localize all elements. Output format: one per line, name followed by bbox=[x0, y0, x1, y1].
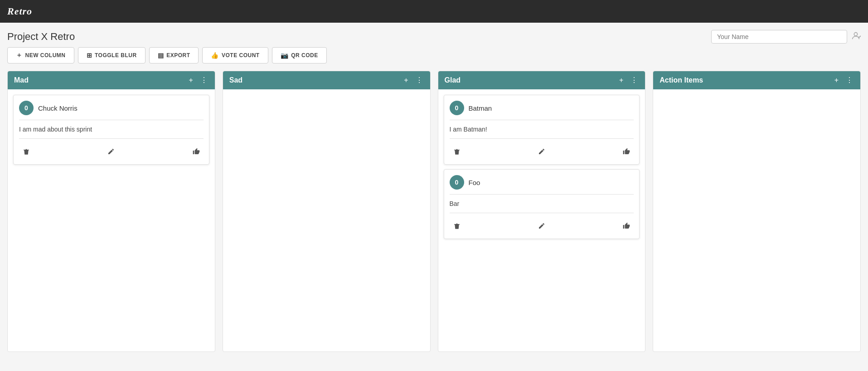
card-card-1: 0 Chuck Norris I am mad about this sprin… bbox=[13, 95, 209, 165]
column-actions-sad: + ⋮ bbox=[403, 76, 423, 85]
add-card-button-mad[interactable]: + bbox=[188, 76, 194, 85]
card-footer-card-2 bbox=[450, 143, 634, 159]
card-divider-card-3 bbox=[450, 194, 634, 195]
card-author-card-2: 0 Batman bbox=[450, 101, 634, 115]
card-divider2-card-1 bbox=[19, 138, 204, 139]
card-divider2-card-2 bbox=[450, 138, 634, 139]
app-logo: Retro bbox=[7, 5, 32, 17]
page-title: Project X Retro bbox=[7, 31, 75, 43]
vote-count-label: VOTE COUNT bbox=[222, 52, 260, 59]
vote-button-card-1[interactable] bbox=[189, 146, 204, 159]
card-divider-card-2 bbox=[450, 120, 634, 120]
card-author-card-3: 0 Foo bbox=[450, 175, 634, 190]
card-footer-card-1 bbox=[19, 143, 204, 159]
edit-button-card-3[interactable] bbox=[534, 220, 549, 233]
vote-badge-card-1: 0 bbox=[19, 101, 34, 115]
vote-button-card-2[interactable] bbox=[619, 146, 634, 159]
user-input-wrap bbox=[711, 30, 861, 44]
add-card-button-sad[interactable]: + bbox=[403, 76, 409, 85]
vote-count-button[interactable]: 👍VOTE COUNT bbox=[202, 47, 268, 63]
card-content-card-2: I am Batman! bbox=[450, 124, 634, 135]
column-actions-mad: + ⋮ bbox=[188, 76, 208, 85]
card-content-card-1: I am mad about this sprint bbox=[19, 124, 204, 135]
column-header-mad: Mad + ⋮ bbox=[8, 71, 215, 89]
column-menu-button-mad[interactable]: ⋮ bbox=[199, 76, 209, 85]
column-title-sad: Sad bbox=[229, 76, 242, 84]
column-header-glad: Glad + ⋮ bbox=[438, 71, 645, 89]
edit-button-card-1[interactable] bbox=[104, 146, 118, 159]
top-bar: Project X Retro bbox=[0, 23, 868, 47]
column-body-sad bbox=[223, 89, 430, 351]
new-column-label: NEW COLUMN bbox=[25, 52, 66, 59]
column-menu-button-sad[interactable]: ⋮ bbox=[415, 76, 424, 85]
vote-badge-card-2: 0 bbox=[450, 101, 464, 115]
add-card-button-action-items[interactable]: + bbox=[834, 76, 839, 85]
new-column-button[interactable]: ＋NEW COLUMN bbox=[7, 47, 74, 63]
username-input[interactable] bbox=[711, 30, 847, 44]
vote-count-icon: 👍 bbox=[211, 52, 219, 59]
export-label: EXPORT bbox=[166, 52, 190, 59]
user-icon bbox=[851, 31, 861, 43]
vote-button-card-3[interactable] bbox=[619, 220, 634, 233]
column-body-mad: 0 Chuck Norris I am mad about this sprin… bbox=[8, 89, 215, 351]
new-column-icon: ＋ bbox=[16, 51, 23, 59]
column-body-glad: 0 Batman I am Batman! 0 Foo bbox=[438, 89, 645, 351]
columns-area: Mad + ⋮ 0 Chuck Norris I am mad about th… bbox=[0, 71, 868, 352]
column-menu-button-glad[interactable]: ⋮ bbox=[630, 76, 639, 85]
column-action-items: Action Items + ⋮ bbox=[653, 71, 861, 352]
column-title-glad: Glad bbox=[445, 76, 461, 84]
edit-button-card-2[interactable] bbox=[534, 146, 549, 159]
card-footer-card-3 bbox=[450, 218, 634, 233]
card-content-card-3: Bar bbox=[450, 198, 634, 209]
export-icon: ▤ bbox=[158, 52, 164, 59]
column-title-action-items: Action Items bbox=[659, 76, 703, 84]
card-card-2: 0 Batman I am Batman! bbox=[444, 95, 640, 165]
qr-code-button[interactable]: 📷QR CODE bbox=[272, 47, 327, 63]
app-header: Retro bbox=[0, 0, 868, 23]
toggle-blur-icon: ⊞ bbox=[87, 52, 92, 59]
delete-button-card-1[interactable] bbox=[19, 146, 34, 159]
column-header-sad: Sad + ⋮ bbox=[223, 71, 430, 89]
toggle-blur-button[interactable]: ⊞TOGGLE BLUR bbox=[78, 47, 145, 63]
add-card-button-glad[interactable]: + bbox=[618, 76, 624, 85]
card-author-card-1: 0 Chuck Norris bbox=[19, 101, 204, 115]
card-divider-card-1 bbox=[19, 120, 204, 120]
toggle-blur-label: TOGGLE BLUR bbox=[95, 52, 137, 59]
column-actions-action-items: + ⋮ bbox=[834, 76, 854, 85]
delete-button-card-3[interactable] bbox=[450, 220, 464, 233]
vote-badge-card-3: 0 bbox=[450, 175, 464, 190]
toolbar: ＋NEW COLUMN⊞TOGGLE BLUR▤EXPORT👍VOTE COUN… bbox=[0, 47, 868, 71]
author-name-card-2: Batman bbox=[469, 104, 492, 112]
card-divider2-card-3 bbox=[450, 213, 634, 213]
card-card-3: 0 Foo Bar bbox=[444, 169, 640, 239]
column-title-mad: Mad bbox=[14, 76, 29, 84]
svg-point-0 bbox=[854, 32, 857, 35]
column-glad: Glad + ⋮ 0 Batman I am Batman! bbox=[438, 71, 646, 352]
author-name-card-3: Foo bbox=[469, 179, 480, 186]
column-actions-glad: + ⋮ bbox=[618, 76, 639, 85]
delete-button-card-2[interactable] bbox=[450, 146, 464, 159]
column-header-action-items: Action Items + ⋮ bbox=[653, 71, 860, 89]
qr-code-icon: 📷 bbox=[281, 52, 289, 59]
author-name-card-1: Chuck Norris bbox=[38, 104, 78, 112]
export-button[interactable]: ▤EXPORT bbox=[149, 47, 199, 63]
column-body-action-items bbox=[653, 89, 860, 351]
column-sad: Sad + ⋮ bbox=[223, 71, 431, 352]
qr-code-label: QR CODE bbox=[291, 52, 318, 59]
column-mad: Mad + ⋮ 0 Chuck Norris I am mad about th… bbox=[7, 71, 215, 352]
column-menu-button-action-items[interactable]: ⋮ bbox=[845, 76, 854, 85]
